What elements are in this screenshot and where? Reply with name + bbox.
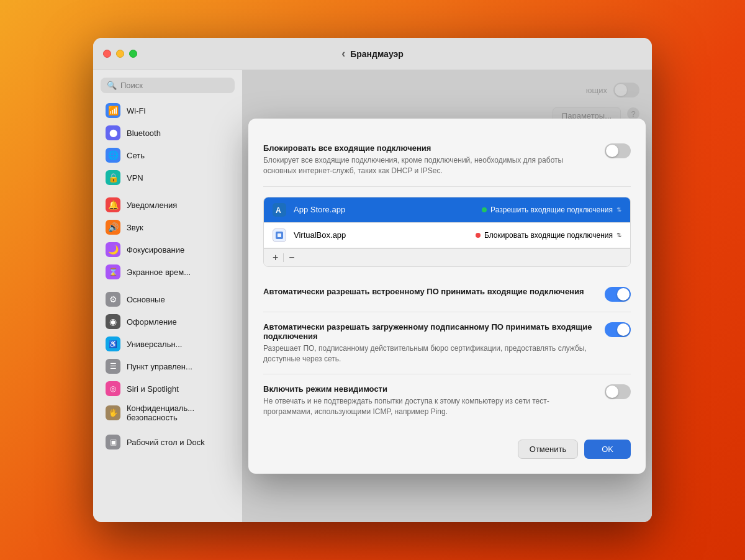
sidebar-item-label: Сеть xyxy=(127,151,145,160)
siri-icon: ◎ xyxy=(106,381,120,396)
search-icon: 🔍 xyxy=(107,81,117,90)
firewall-modal: Блокировать все входящие подключения Бло… xyxy=(248,119,646,474)
sidebar-item-label: Wi-Fi xyxy=(127,106,145,115)
modal-buttons: Отменить OK xyxy=(263,440,631,459)
back-arrow-icon[interactable]: ‹ xyxy=(341,47,345,60)
sidebar-item-label: Фокусирование xyxy=(127,245,184,255)
main-window: ‹ Брандмауэр 🔍 📶 Wi-Fi ⬤ Bluetooth 🌐 Сет… xyxy=(93,38,652,522)
sidebar-item-siri[interactable]: ◎ Siri и Spotlight xyxy=(97,377,238,400)
auto-signed-toggle[interactable] xyxy=(605,322,631,337)
sidebar-item-label: Уведомления xyxy=(127,201,177,210)
block-all-row: Блокировать все входящие подключения Бло… xyxy=(263,133,631,187)
sidebar-item-label: Универсальн... xyxy=(127,340,182,349)
svg-rect-2 xyxy=(278,233,281,237)
block-all-toggle[interactable] xyxy=(605,143,631,158)
apps-section: A App Store.app Разрешить входящие подкл… xyxy=(263,197,631,267)
app-row-virtualbox[interactable]: VirtualBox.app Блокировать входящие подк… xyxy=(264,223,630,248)
right-panel: ющих Параметры... ? Блокировать все вход… xyxy=(242,70,652,522)
block-all-desc: Блокирует все входящие подключения, кром… xyxy=(263,155,595,176)
control-icon: ☰ xyxy=(106,359,120,374)
sidebar-item-bluetooth[interactable]: ⬤ Bluetooth xyxy=(97,122,238,144)
sidebar-item-label: Рабочий стол и Dock xyxy=(127,438,205,447)
general-icon: ⚙ xyxy=(106,292,120,307)
sidebar-item-desktop[interactable]: ▣ Рабочий стол и Dock xyxy=(97,431,238,453)
stealth-toggle[interactable] xyxy=(605,384,631,399)
appstore-status-text: Разрешить входящие подключения xyxy=(490,205,613,214)
auto-signed-text: Автоматически разрешать загруженному под… xyxy=(263,322,595,364)
virtualbox-status: Блокировать входящие подключения ⇅ xyxy=(476,231,621,240)
appstore-icon: A xyxy=(273,203,286,217)
focus-icon: 🌙 xyxy=(106,242,120,257)
app-row-appstore[interactable]: A App Store.app Разрешить входящие подкл… xyxy=(264,197,630,223)
virtualbox-status-dot xyxy=(476,233,481,238)
sidebar-item-label: Оформление xyxy=(127,317,177,327)
privacy-icon: 🖐 xyxy=(106,405,120,420)
stealth-text: Включить режим невидимости Не отвечать и… xyxy=(263,384,595,417)
auto-signed-desc: Разрешает ПО, подписанному действительны… xyxy=(263,343,595,364)
modal-overlay: Блокировать все входящие подключения Бло… xyxy=(242,70,652,522)
accessibility-icon: ♿ xyxy=(106,336,120,351)
toolbar-separator xyxy=(283,253,284,262)
appstore-name: App Store.app xyxy=(294,205,474,214)
notifications-icon: 🔔 xyxy=(106,197,120,212)
block-all-title: Блокировать все входящие подключения xyxy=(263,143,595,153)
screentime-icon: ⌛ xyxy=(106,264,120,279)
maximize-button[interactable] xyxy=(129,50,137,58)
apps-toolbar: + − xyxy=(264,248,630,266)
titlebar-title: ‹ Брандмауэр xyxy=(341,47,404,60)
sound-icon: 🔊 xyxy=(106,220,120,235)
sidebar-item-label: Звук xyxy=(127,223,143,232)
auto-builtin-text: Автоматически разрешать встроенному ПО п… xyxy=(263,287,595,299)
remove-app-button[interactable]: − xyxy=(286,253,297,263)
auto-builtin-toggle[interactable] xyxy=(605,287,631,302)
sidebar-item-wifi[interactable]: 📶 Wi-Fi xyxy=(97,99,238,122)
appstore-status: Разрешить входящие подключения ⇅ xyxy=(482,205,621,214)
virtualbox-status-text: Блокировать входящие подключения xyxy=(484,231,613,240)
ok-button[interactable]: OK xyxy=(584,440,631,459)
sidebar-item-general[interactable]: ⚙ Основные xyxy=(97,288,238,310)
auto-signed-title: Автоматически разрешать загруженному под… xyxy=(263,322,595,341)
desktop-icon: ▣ xyxy=(106,435,120,449)
sidebar-item-control[interactable]: ☰ Пункт управлен... xyxy=(97,355,238,377)
sidebar-item-network[interactable]: 🌐 Сеть xyxy=(97,144,238,166)
sidebar-item-focus[interactable]: 🌙 Фокусирование xyxy=(97,238,238,261)
window-title: Брандмауэр xyxy=(350,49,404,59)
minimize-button[interactable] xyxy=(116,50,124,58)
virtualbox-dropdown-icon: ⇅ xyxy=(616,232,621,238)
sidebar-item-label: Siri и Spotlight xyxy=(127,384,179,394)
sidebar-item-sound[interactable]: 🔊 Звук xyxy=(97,216,238,238)
sidebar: 🔍 📶 Wi-Fi ⬤ Bluetooth 🌐 Сеть 🔒 VPN xyxy=(93,70,242,522)
sidebar-item-appearance[interactable]: ◉ Оформление xyxy=(97,310,238,333)
sidebar-item-notifications[interactable]: 🔔 Уведомления xyxy=(97,194,238,216)
stealth-title: Включить режим невидимости xyxy=(263,384,595,394)
traffic-lights xyxy=(103,50,137,58)
auto-signed-row: Автоматически разрешать загруженному под… xyxy=(263,312,631,375)
appearance-icon: ◉ xyxy=(106,314,120,329)
sidebar-item-label: Пункт управлен... xyxy=(127,362,192,371)
close-button[interactable] xyxy=(103,50,111,58)
appstore-dropdown-icon: ⇅ xyxy=(616,206,621,213)
sidebar-item-label: Конфиденциаль... безопасность xyxy=(127,404,230,422)
stealth-row: Включить режим невидимости Не отвечать и… xyxy=(263,374,631,427)
auto-builtin-row: Автоматически разрешать встроенному ПО п… xyxy=(263,277,631,312)
cancel-button[interactable]: Отменить xyxy=(518,440,578,459)
sidebar-item-vpn[interactable]: 🔒 VPN xyxy=(97,166,238,189)
virtualbox-name: VirtualBox.app xyxy=(294,230,468,240)
sidebar-item-screentime[interactable]: ⌛ Экранное врем... xyxy=(97,261,238,283)
sidebar-item-label: Основные xyxy=(127,295,165,304)
virtualbox-icon xyxy=(273,228,286,242)
block-all-text: Блокировать все входящие подключения Бло… xyxy=(263,143,595,176)
sidebar-item-accessibility[interactable]: ♿ Универсальн... xyxy=(97,333,238,355)
sidebar-item-label: VPN xyxy=(127,173,143,183)
svg-text:A: A xyxy=(276,206,281,215)
appstore-status-dot xyxy=(482,207,487,212)
wifi-icon: 📶 xyxy=(106,103,120,118)
add-app-button[interactable]: + xyxy=(270,253,281,263)
sidebar-item-label: Экранное врем... xyxy=(127,268,191,277)
search-input[interactable] xyxy=(120,81,228,90)
sidebar-item-privacy[interactable]: 🖐 Конфиденциаль... безопасность xyxy=(97,400,238,426)
vpn-icon: 🔒 xyxy=(106,170,120,185)
bluetooth-icon: ⬤ xyxy=(106,125,120,140)
titlebar: ‹ Брандмауэр xyxy=(93,38,652,70)
main-content: 🔍 📶 Wi-Fi ⬤ Bluetooth 🌐 Сеть 🔒 VPN xyxy=(93,70,652,522)
